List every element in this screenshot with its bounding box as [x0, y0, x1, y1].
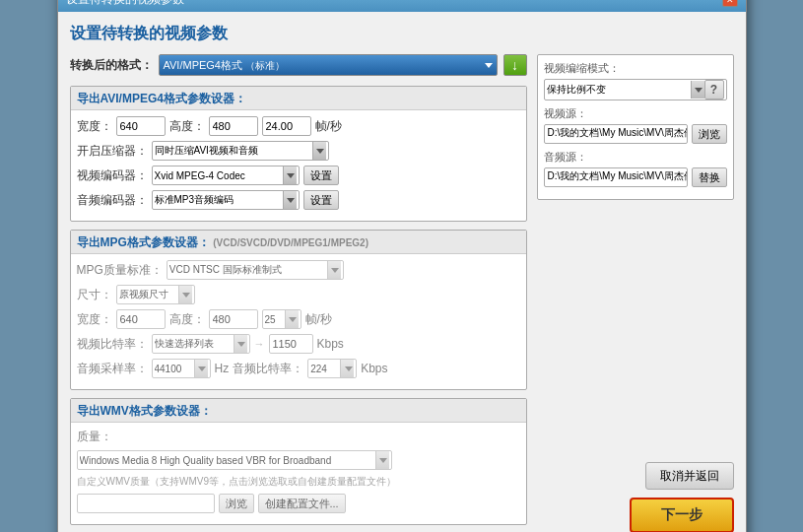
audio-source-row: D:\我的文档\My Music\MV\周杰伦-以 替换: [544, 167, 727, 187]
left-panel: 转换后的格式： AVI/MPEG4格式 （标准） ↓: [70, 54, 527, 532]
vcodec-label: 视频编码器：: [77, 167, 148, 184]
acodec-combo-arrow: [283, 191, 297, 209]
avi-width-input[interactable]: [116, 116, 166, 136]
mpg-audio-bitrate-combo[interactable]: 224: [307, 359, 357, 378]
compress-combo[interactable]: 同时压缩AVI视频和音频: [152, 141, 329, 161]
video-source-label: 视频源：: [544, 106, 727, 121]
format-select-text: AVI/MPEG4格式 （标准）: [164, 58, 286, 73]
mpg-fps-text: 25: [265, 314, 285, 325]
wmv-quality-label: 质量：: [77, 429, 112, 445]
acodec-combo[interactable]: 标准MP3音频编码: [152, 190, 300, 210]
mpg-quality-row: MPG质量标准： VCD NTSC 国际标准制式: [77, 260, 520, 280]
mpg-size-text: 原视频尺寸: [119, 288, 178, 301]
mpg-audio-bitrate-arrow: [340, 360, 354, 377]
mpg-sample-arrow: [194, 360, 208, 377]
mpg-audio-row: 音频采样率： 44100 Hz 音频比特率： 224 Kbps: [77, 359, 520, 378]
format-row: 转换后的格式： AVI/MPEG4格式 （标准） ↓: [70, 54, 527, 76]
window-body: 设置待转换的视频参数 转换后的格式： AVI/MPEG4格式 （标准） ↓: [58, 12, 746, 532]
mpg-section-content: MPG质量标准： VCD NTSC 国际标准制式 尺寸： 原视频尺寸: [71, 254, 526, 389]
title-bar-buttons: ✕: [722, 0, 738, 7]
main-layout: 转换后的格式： AVI/MPEG4格式 （标准） ↓: [70, 54, 734, 532]
acodec-settings-button[interactable]: 设置: [303, 190, 339, 210]
acodec-label: 音频编码器：: [77, 192, 148, 209]
mpg-sample-text: 44100: [155, 364, 194, 374]
arrow-down-icon6: [289, 317, 297, 322]
right-panel: 视频编缩模式： 保持比例不变 ? 视频源： D:\我的文档\My Music\M…: [537, 54, 734, 532]
wmv-create-button[interactable]: 创建配置文件...: [258, 494, 346, 513]
wmv-custom-label: 自定义WMV质量（支持WMV9等，点击浏览选取或自创建质量配置文件）: [77, 475, 396, 489]
mpg-fps-combo[interactable]: 25: [262, 309, 301, 329]
mpg-section: 导出MPG格式参数设器： (VCD/SVCD/DVD/MPEG1/MPEG2) …: [70, 230, 527, 390]
mpg-bitrate-combo[interactable]: 快速选择列表: [152, 334, 250, 354]
compress-combo-text: 同时压缩AVI视频和音频: [155, 144, 312, 158]
mpg-width-label: 宽度：: [77, 311, 112, 328]
browse-video-button[interactable]: 浏览: [692, 124, 727, 144]
mpg-section-title: 导出MPG格式参数设器： (VCD/SVCD/DVD/MPEG1/MPEG2): [71, 231, 526, 254]
wmv-section-title: 导出WMV格式参数设器：: [71, 399, 526, 423]
mpg-quality-text: VCD NTSC 国际标准制式: [169, 263, 327, 277]
compress-label: 开启压缩器：: [77, 143, 148, 160]
bitrate-arrow-icon: →: [254, 338, 265, 350]
wmv-browse-button[interactable]: 浏览: [219, 494, 254, 513]
mpg-size-label: 尺寸：: [77, 287, 112, 303]
arrow-down-icon7: [237, 342, 245, 347]
mpg-height-label: 高度：: [169, 311, 205, 328]
close-button[interactable]: ✕: [722, 0, 738, 7]
mpg-width-input[interactable]: [116, 309, 166, 329]
wmv-section-content: 质量： Windows Media 8 High Quality based V…: [71, 423, 526, 524]
cancel-button[interactable]: 取消并返回: [645, 462, 734, 490]
right-section: 视频编缩模式： 保持比例不变 ? 视频源： D:\我的文档\My Music\M…: [537, 54, 734, 200]
mpg-res-row: 宽度： 高度： 25 帧/秒: [77, 309, 520, 329]
arrow-down-icon3: [287, 198, 295, 203]
compress-mode-combo[interactable]: 保持比例不变 ?: [544, 79, 727, 100]
mpg-sample-combo[interactable]: 44100: [152, 359, 211, 378]
help-button[interactable]: ?: [704, 80, 724, 100]
replace-audio-button[interactable]: 替换: [692, 167, 727, 187]
next-button[interactable]: 下一步: [630, 498, 734, 532]
wmv-quality-arrow: [375, 451, 389, 469]
mpg-bitrate-arrow: [234, 335, 247, 353]
wmv-quality-combo-row: Windows Media 8 High Quality based VBR f…: [77, 450, 520, 470]
video-source-path: D:\我的文档\My Music\MV\周杰伦-以: [544, 124, 688, 144]
wmv-quality-row: 质量：: [77, 429, 520, 445]
mpg-size-combo[interactable]: 原视频尺寸: [116, 285, 195, 304]
acodec-combo-text: 标准MP3音频编码: [155, 193, 283, 207]
window-main-title: 设置待转换的视频参数: [70, 24, 734, 44]
mpg-bitrate-label: 视频比特率：: [77, 336, 148, 353]
vcodec-combo[interactable]: Xvid MPEG-4 Codec: [152, 166, 300, 185]
mpg-fps-unit: 帧/秒: [305, 311, 332, 328]
mpg-fps-arrow: [285, 310, 299, 328]
avi-fps-input[interactable]: [262, 116, 311, 136]
wmv-file-input[interactable]: [77, 494, 215, 513]
arrow-down-icon10: [379, 458, 387, 463]
avi-height-input[interactable]: [209, 116, 258, 136]
wmv-file-row: 浏览 创建配置文件...: [77, 494, 520, 513]
vcodec-settings-button[interactable]: 设置: [303, 166, 339, 185]
arrow-down-icon8: [198, 366, 206, 371]
mpg-size-arrow: [178, 286, 192, 303]
wmv-quality-combo[interactable]: Windows Media 8 High Quality based VBR f…: [77, 450, 392, 470]
avi-size-row: 宽度： 高度： 帧/秒: [77, 116, 520, 136]
mpg-bitrate-input[interactable]: [269, 334, 313, 354]
audio-source-path: D:\我的文档\My Music\MV\周杰伦-以: [544, 167, 688, 187]
format-dropdown-icon: [485, 63, 493, 68]
height-label: 高度：: [169, 118, 205, 135]
wmv-section: 导出WMV格式参数设器： 质量： Windows Media 8 High Qu…: [70, 398, 527, 525]
avi-section-title: 导出AVI/MPEG4格式参数设器：: [71, 87, 526, 110]
avi-acodec-row: 音频编码器： 标准MP3音频编码 设置: [77, 190, 520, 210]
vcodec-combo-arrow: [283, 166, 297, 184]
mpg-audio-bitrate-label: 音频比特率：: [233, 361, 303, 377]
format-select[interactable]: AVI/MPEG4格式 （标准）: [159, 54, 498, 76]
avi-section-content: 宽度： 高度： 帧/秒 开启压缩器： 同时压缩AVI视频和音频: [71, 110, 526, 221]
mpg-quality-combo[interactable]: VCD NTSC 国际标准制式: [167, 260, 344, 280]
fps-unit: 帧/秒: [315, 118, 342, 135]
format-action-button[interactable]: ↓: [503, 54, 527, 76]
format-label: 转换后的格式：: [70, 57, 153, 74]
wmv-custom-row: 自定义WMV质量（支持WMV9等，点击浏览选取或自创建质量配置文件）: [77, 475, 520, 489]
mpg-audio-bitrate-text: 224: [310, 364, 340, 374]
compress-mode-arrow: [691, 81, 704, 99]
video-source-row: D:\我的文档\My Music\MV\周杰伦-以 浏览: [544, 124, 727, 144]
mpg-height-input[interactable]: [209, 309, 258, 329]
title-bar: 设置待转换的视频参数 ✕: [58, 0, 746, 12]
arrow-down-icon2: [287, 173, 295, 178]
